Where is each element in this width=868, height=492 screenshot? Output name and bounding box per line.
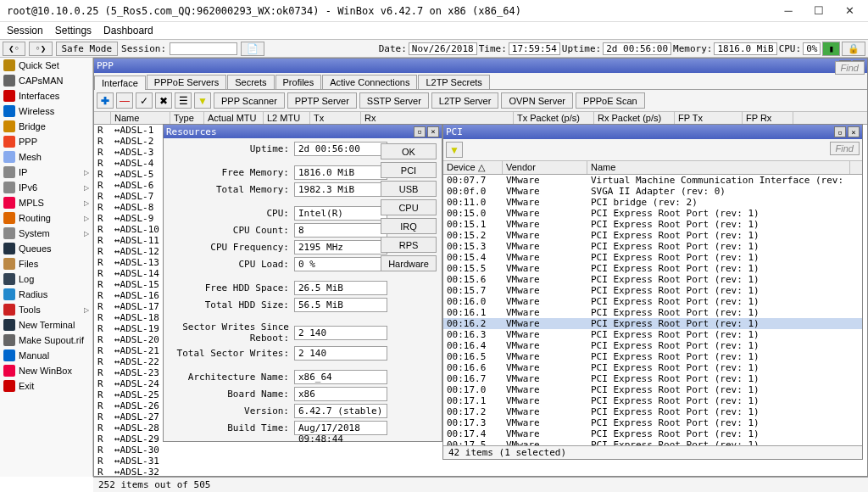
sidebar-item-wireless[interactable]: Wireless [0, 103, 92, 119]
sstp-server-button[interactable]: SSTP Server [359, 92, 429, 109]
pci-row[interactable]: 00:16.0VMwarePCI Express Root Port (rev:… [443, 296, 862, 307]
sidebar-item-system[interactable]: System▷ [0, 226, 92, 241]
tab-interface[interactable]: Interface [94, 75, 146, 90]
sidebar-item-exit[interactable]: Exit [0, 378, 92, 394]
ppp-scanner-button[interactable]: PPP Scanner [214, 92, 285, 109]
rps-button[interactable]: RPS [381, 237, 437, 253]
disable-button[interactable]: ✖ [155, 92, 172, 109]
column-header[interactable] [94, 112, 111, 124]
add-button[interactable]: ✚ [97, 92, 114, 109]
sidebar-item-manual[interactable]: Manual [0, 348, 92, 363]
menu-settings[interactable]: Settings [55, 25, 92, 36]
pci-filter-button[interactable]: ▼ [446, 142, 463, 158]
maximize-button[interactable]: ☐ [804, 2, 834, 20]
menu-session[interactable]: Session [7, 25, 43, 36]
column-header[interactable]: Type [170, 112, 204, 124]
cpu-button[interactable]: CPU [381, 199, 437, 215]
pci-row[interactable]: 00:15.5VMwarePCI Express Root Port (rev:… [443, 263, 862, 274]
column-header[interactable]: Name [111, 112, 170, 124]
filter-button[interactable]: ▼ [194, 92, 211, 109]
resources-min-button[interactable]: ▫ [414, 126, 426, 137]
close-button[interactable]: ✕ [834, 2, 865, 20]
sidebar-item-ip[interactable]: IP▷ [0, 165, 92, 180]
session-note-button[interactable]: 📄 [241, 42, 264, 56]
column-header[interactable]: Device △ [443, 161, 503, 174]
sidebar-item-make-supout.rif[interactable]: Make Supout.rif [0, 333, 92, 348]
sidebar-item-quick-set[interactable]: Quick Set [0, 58, 92, 73]
pci-row[interactable]: 00:15.2VMwarePCI Express Root Port (rev:… [443, 230, 862, 241]
pci-row[interactable]: 00:15.0VMwarePCI Express Root Port (rev:… [443, 208, 862, 219]
tab-profiles[interactable]: Profiles [275, 75, 322, 89]
sidebar-item-mesh[interactable]: Mesh [0, 149, 92, 165]
redo-button[interactable]: ◦❯ [29, 42, 52, 56]
menu-dashboard[interactable]: Dashboard [103, 25, 153, 36]
ok-button[interactable]: OK [381, 143, 437, 159]
usb-button[interactable]: USB [381, 181, 437, 197]
sidebar-item-routing[interactable]: Routing▷ [0, 210, 92, 226]
pci-row[interactable]: 00:16.5VMwarePCI Express Root Port (rev:… [443, 351, 862, 362]
tab-l2tp-secrets[interactable]: L2TP Secrets [418, 75, 489, 89]
column-header[interactable]: FP Tx [675, 112, 743, 124]
undo-button[interactable]: ❮◦ [3, 42, 25, 56]
pptp-server-button[interactable]: PPTP Server [287, 92, 357, 109]
resources-window[interactable]: Resources ▫ × Uptime:2d 00:56:00Free Mem… [163, 124, 442, 442]
column-header[interactable]: Name [587, 161, 850, 174]
pci-row[interactable]: 00:17.2VMwarePCI Express Root Port (rev:… [443, 406, 862, 417]
pci-window[interactable]: PCI ▫ × ▼ Find Device △VendorName 00:07.… [442, 124, 863, 460]
pci-close-button[interactable]: × [848, 126, 860, 137]
tab-secrets[interactable]: Secrets [227, 75, 274, 89]
hardware-button[interactable]: Hardware [381, 255, 437, 271]
column-header[interactable]: Rx [361, 112, 514, 124]
column-header[interactable]: Tx Packet (p/s) [514, 112, 594, 124]
pci-row[interactable]: 00:17.0VMwarePCI Express Root Port (rev:… [443, 384, 862, 395]
sidebar-item-capsman[interactable]: CAPsMAN [0, 73, 92, 88]
safe-mode-button[interactable]: Safe Mode [56, 42, 119, 56]
comment-button[interactable]: ☰ [175, 92, 192, 109]
pci-rows[interactable]: 00:07.7VMwareVirtual Machine Communicati… [443, 175, 862, 445]
column-header[interactable]: L2 MTU [264, 112, 310, 124]
pci-row[interactable]: 00:07.7VMwareVirtual Machine Communicati… [443, 175, 862, 186]
pci-row[interactable]: 00:17.4VMwarePCI Express Root Port (rev:… [443, 428, 862, 439]
tab-pppoe-servers[interactable]: PPPoE Servers [147, 75, 226, 89]
pci-columns[interactable]: Device △VendorName [443, 161, 862, 175]
column-header[interactable]: Vendor [503, 161, 587, 174]
irq-button[interactable]: IRQ [381, 218, 437, 234]
sidebar-item-ipv6[interactable]: IPv6▷ [0, 180, 92, 195]
pci-row[interactable]: 00:15.7VMwarePCI Express Root Port (rev:… [443, 285, 862, 296]
pci-row[interactable]: 00:16.1VMwarePCI Express Root Port (rev:… [443, 307, 862, 318]
ppp-find-button[interactable]: Find [835, 61, 865, 75]
minimize-button[interactable]: ─ [773, 2, 804, 20]
enable-button[interactable]: ✓ [136, 92, 153, 109]
resources-window-title[interactable]: Resources ▫ × [164, 125, 442, 138]
pci-row[interactable]: 00:11.0VMwarePCI bridge (rev: 2) [443, 197, 862, 208]
pppoe-scan-button[interactable]: PPPoE Scan [576, 92, 645, 109]
column-header[interactable]: Rx Packet (p/s) [594, 112, 675, 124]
column-header[interactable]: Tx [310, 112, 361, 124]
sidebar-item-files[interactable]: Files [0, 256, 92, 271]
pci-row[interactable]: 00:16.7VMwarePCI Express Root Port (rev:… [443, 373, 862, 384]
sidebar-item-bridge[interactable]: Bridge [0, 119, 92, 134]
sidebar-item-interfaces[interactable]: Interfaces [0, 88, 92, 103]
pci-row[interactable]: 00:16.3VMwarePCI Express Root Port (rev:… [443, 329, 862, 340]
sidebar-item-log[interactable]: Log [0, 271, 92, 287]
pci-find-button[interactable]: Find [830, 142, 860, 155]
interface-row[interactable]: R↔ADSL-32 [94, 467, 867, 476]
sidebar-item-new-winbox[interactable]: New WinBox [0, 363, 92, 378]
sidebar-item-mpls[interactable]: MPLS▷ [0, 195, 92, 210]
pci-row[interactable]: 00:17.1VMwarePCI Express Root Port (rev:… [443, 395, 862, 406]
pci-window-title[interactable]: PCI ▫ × [443, 125, 862, 139]
resources-close-button[interactable]: × [427, 126, 439, 137]
column-header[interactable]: FP Rx [743, 112, 793, 124]
remove-button[interactable]: — [116, 92, 133, 109]
ppp-columns[interactable]: NameTypeActual MTUL2 MTUTxRxTx Packet (p… [94, 112, 867, 125]
pci-row[interactable]: 00:16.2VMwarePCI Express Root Port (rev:… [443, 318, 862, 329]
pci-row[interactable]: 00:17.5VMwarePCI Express Root Port (rev:… [443, 439, 862, 445]
pci-row[interactable]: 00:15.3VMwarePCI Express Root Port (rev:… [443, 241, 862, 252]
pci-row[interactable]: 00:16.6VMwarePCI Express Root Port (rev:… [443, 362, 862, 373]
pci-row[interactable]: 00:15.6VMwarePCI Express Root Port (rev:… [443, 274, 862, 285]
ovpn-server-button[interactable]: OVPN Server [501, 92, 573, 109]
sidebar-item-ppp[interactable]: PPP [0, 134, 92, 149]
ppp-window-title[interactable]: PPP ▫ × [94, 59, 867, 73]
column-header[interactable]: Actual MTU [204, 112, 264, 124]
pci-row[interactable]: 00:17.3VMwarePCI Express Root Port (rev:… [443, 417, 862, 428]
